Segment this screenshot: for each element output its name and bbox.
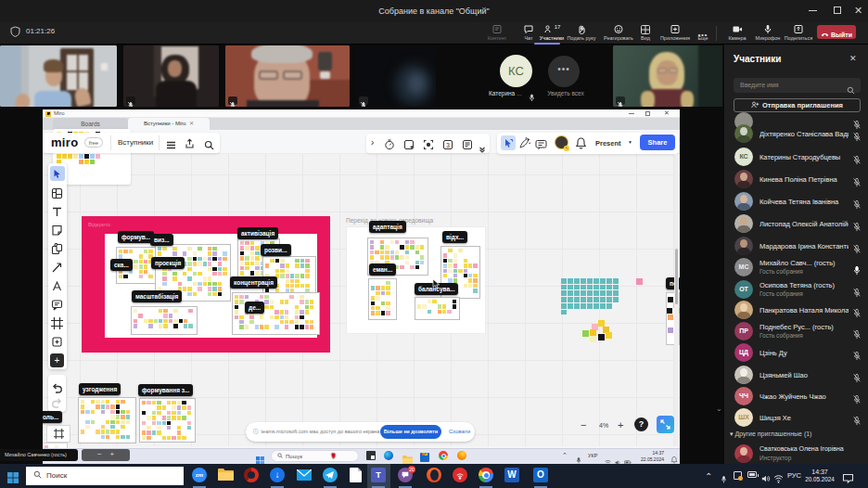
svg-text:3: 3: [446, 142, 450, 148]
